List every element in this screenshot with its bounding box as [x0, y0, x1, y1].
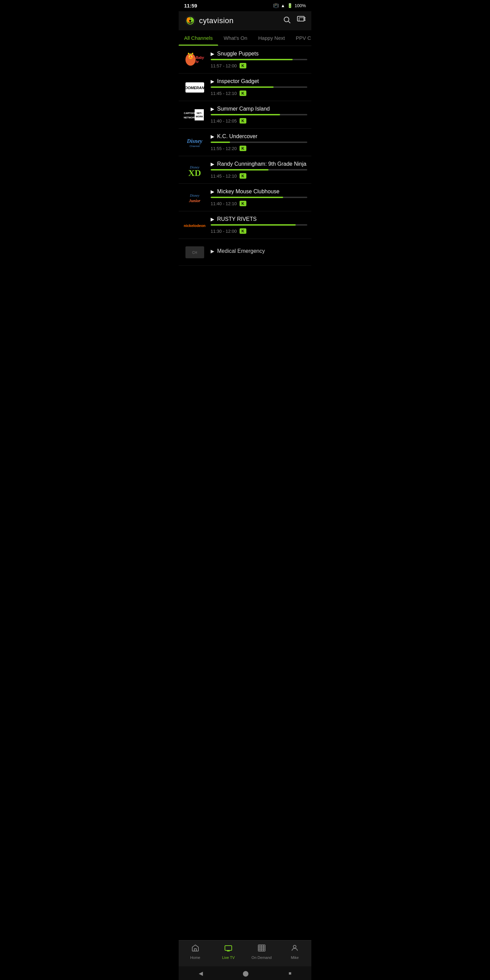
program-title-babytv: Snuggle Puppets — [217, 51, 259, 57]
channel-item-boomerang[interactable]: BOOMERANG ▶ Inspector Gadget 11:45 - 12:… — [179, 73, 311, 101]
program-title-nickelodeon: RUSTY RIVETS — [217, 216, 256, 222]
status-icons: 📳 ▲ 🔋 100% — [273, 3, 306, 8]
program-title-disney-xd: Randy Cunningham: 9th Grade Ninja — [217, 161, 306, 167]
svg-text:Disney: Disney — [189, 194, 199, 197]
progress-bar-cartoon-network — [211, 114, 307, 115]
svg-text:WORK: WORK — [195, 115, 203, 118]
channel-logo-cartoon-network: CARTOON NET- WORK NETWORK — [183, 106, 207, 123]
svg-text:CH: CH — [192, 251, 197, 255]
channel-program-disney-xd: ▶ Randy Cunningham: 9th Grade Ninja — [211, 161, 307, 167]
svg-point-4 — [189, 20, 191, 22]
time-row-disney-xd: 11:45 - 12:10 K — [211, 173, 307, 179]
rating-badge-nickelodeon: K — [240, 228, 247, 234]
channel-logo-boomerang: BOOMERANG — [183, 79, 207, 95]
channel-time-boomerang: 11:45 - 12:10 — [211, 91, 237, 96]
channel-info-disney-channel: ▶ K.C. Undercover 11:55 - 12:20 K — [211, 134, 307, 151]
svg-text:XD: XD — [188, 168, 201, 178]
status-bar: 11:59 📳 ▲ 🔋 100% — [179, 0, 311, 11]
program-title-disney-channel: K.C. Undercover — [217, 134, 257, 140]
channel-info-cartoon-network: ▶ Summer Camp Island 11:40 - 12:05 K — [211, 106, 307, 124]
channel-logo-nickelodeon: nickelodeon — [183, 216, 207, 234]
svg-text:BOOMERANG: BOOMERANG — [184, 86, 206, 90]
rating-badge-babytv: K — [240, 63, 247, 68]
channel-program-unknown: ▶ Medical Emergency — [211, 248, 307, 254]
battery-icon: 🔋 — [287, 3, 293, 8]
play-icon: ▶ — [211, 248, 215, 254]
progress-fill-babytv — [211, 59, 293, 60]
channel-logo-disney-xd: Disney XD — [183, 161, 207, 178]
time-row-babytv: 11:57 - 12:00 K — [211, 63, 307, 68]
channel-item-disney-xd[interactable]: Disney XD ▶ Randy Cunningham: 9th Grade … — [179, 156, 311, 184]
svg-text:Channel: Channel — [189, 145, 200, 148]
battery-percent: 100% — [295, 3, 306, 8]
program-title-unknown: Medical Emergency — [217, 248, 265, 254]
tab-bar: All Channels What's On Happy Next PPV Ca… — [179, 30, 311, 46]
channel-time-babytv: 11:57 - 12:00 — [211, 63, 237, 68]
tab-happy-next[interactable]: Happy Next — [253, 30, 290, 46]
tab-all-channels[interactable]: All Channels — [179, 30, 218, 46]
channel-item-disney-junior[interactable]: Disney Junior ▶ Mickey Mouse Clubhouse 1… — [179, 184, 311, 211]
progress-fill-boomerang — [211, 86, 274, 88]
rating-badge-disney-junior: K — [240, 201, 247, 206]
cytavision-logo-icon — [184, 14, 196, 27]
program-title-boomerang: Inspector Gadget — [217, 78, 259, 84]
play-icon: ▶ — [211, 79, 215, 84]
svg-rect-26 — [185, 109, 195, 121]
progress-bar-disney-channel — [211, 142, 307, 143]
progress-bar-nickelodeon — [211, 224, 307, 226]
progress-bar-disney-junior — [211, 197, 307, 198]
play-icon: ▶ — [211, 161, 215, 167]
svg-text:Junior: Junior — [189, 198, 200, 203]
svg-text:nickelodeon: nickelodeon — [184, 224, 205, 228]
play-icon: ▶ — [211, 216, 215, 222]
app-logo-text: cytavision — [199, 16, 234, 25]
channel-info-boomerang: ▶ Inspector Gadget 11:45 - 12:10 K — [211, 78, 307, 96]
channel-item-unknown[interactable]: CH ▶ Medical Emergency — [179, 239, 311, 266]
search-icon[interactable] — [283, 16, 291, 26]
svg-text:NET-: NET- — [197, 112, 202, 115]
play-icon: ▶ — [211, 134, 215, 139]
wifi-icon: ▲ — [281, 3, 285, 8]
channel-item-disney-channel[interactable]: Disney Channel ▶ K.C. Undercover 11:55 -… — [179, 129, 311, 156]
time-row-cartoon-network: 11:40 - 12:05 K — [211, 118, 307, 124]
progress-fill-nickelodeon — [211, 224, 296, 226]
tab-whats-on[interactable]: What's On — [218, 30, 253, 46]
program-title-disney-junior: Mickey Mouse Clubhouse — [217, 189, 279, 195]
screen-mirror-icon[interactable] — [297, 16, 306, 25]
logo-area: cytavision — [184, 14, 234, 27]
svg-point-5 — [284, 17, 289, 22]
progress-bar-disney-xd — [211, 169, 307, 170]
header-action-icons — [283, 16, 306, 26]
svg-text:Baby: Baby — [196, 56, 204, 60]
channel-info-disney-xd: ▶ Randy Cunningham: 9th Grade Ninja 11:4… — [211, 161, 307, 179]
svg-point-17 — [188, 53, 189, 54]
rating-badge-cartoon-network: K — [240, 118, 247, 124]
channel-time-cartoon-network: 11:40 - 12:05 — [211, 118, 237, 124]
channel-program-boomerang: ▶ Inspector Gadget — [211, 78, 307, 84]
rating-badge-disney-channel: K — [240, 146, 247, 151]
svg-point-20 — [191, 56, 192, 57]
svg-point-18 — [192, 53, 193, 54]
play-icon: ▶ — [211, 51, 215, 56]
app-header: cytavision — [179, 11, 311, 30]
channel-item-cartoon-network[interactable]: CARTOON NET- WORK NETWORK ▶ Summer Camp … — [179, 101, 311, 129]
channel-program-disney-channel: ▶ K.C. Undercover — [211, 134, 307, 140]
channel-info-disney-junior: ▶ Mickey Mouse Clubhouse 11:40 - 12:10 K — [211, 189, 307, 206]
channel-time-disney-xd: 11:45 - 12:10 — [211, 173, 237, 179]
channel-time-disney-junior: 11:40 - 12:10 — [211, 201, 237, 206]
channel-time-disney-channel: 11:55 - 12:20 — [211, 146, 237, 151]
channel-item-nickelodeon[interactable]: nickelodeon ▶ RUSTY RIVETS 11:30 - 12:00… — [179, 211, 311, 239]
channel-item-babytv[interactable]: Baby tv ▶ Snuggle Puppets 11:57 - 12:00 … — [179, 46, 311, 73]
play-icon: ▶ — [211, 106, 215, 111]
svg-rect-7 — [298, 16, 304, 21]
tab-ppv-category[interactable]: PPV Category — [290, 30, 311, 46]
svg-rect-8 — [299, 18, 304, 21]
status-time: 11:59 — [184, 3, 197, 8]
svg-point-14 — [189, 56, 192, 58]
svg-line-6 — [288, 21, 291, 24]
progress-fill-disney-channel — [211, 142, 230, 143]
progress-fill-cartoon-network — [211, 114, 280, 115]
rating-badge-disney-xd: K — [240, 173, 247, 179]
vibrate-icon: 📳 — [273, 3, 279, 8]
channel-program-disney-junior: ▶ Mickey Mouse Clubhouse — [211, 189, 307, 195]
